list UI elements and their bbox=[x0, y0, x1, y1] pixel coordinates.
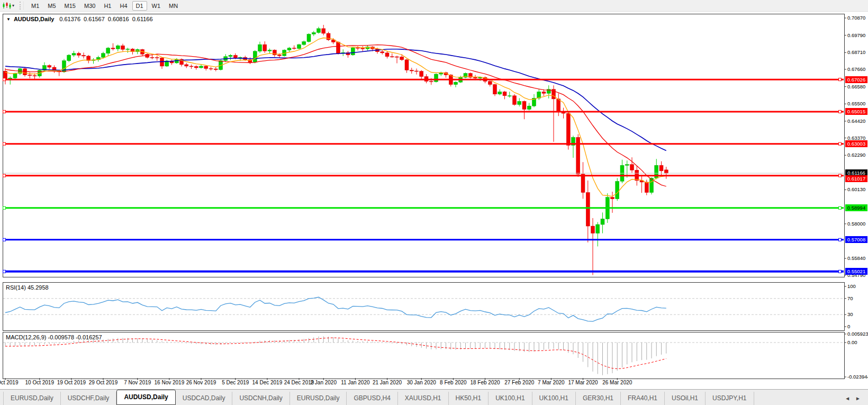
line-price-tag: 0.63003 bbox=[845, 140, 867, 147]
date-axis-label: 27 Feb 2020 bbox=[504, 380, 534, 385]
price-axis-label: 0.66580 bbox=[847, 84, 865, 89]
ohlc-low: 0.60816 bbox=[108, 16, 129, 22]
date-axis-label: 10 Oct 2019 bbox=[25, 380, 54, 385]
price-axis-label: 0.64420 bbox=[847, 119, 865, 124]
timeframe-button-mn[interactable]: MN bbox=[165, 1, 182, 11]
ohlc-high: 0.61567 bbox=[84, 16, 105, 22]
rsi-axis-label: 30 bbox=[847, 312, 853, 317]
price-axis-label: 0.58000 bbox=[847, 221, 865, 227]
price-axis-label: 0.68710 bbox=[847, 50, 865, 55]
price-axis-label: 0.65500 bbox=[847, 101, 865, 106]
date-axis-label: 7 Mar 2020 bbox=[538, 380, 565, 385]
price-axis-label: 0.70870 bbox=[847, 15, 865, 21]
price-axis-label: 0.60130 bbox=[847, 187, 865, 192]
date-axis-label: 5 Dec 2019 bbox=[222, 380, 249, 385]
line-price-tag: 0.58994 bbox=[845, 204, 867, 211]
date-axis-label: 14 Dec 2019 bbox=[252, 380, 283, 385]
tabs-scroll-right-icon[interactable]: ► bbox=[855, 395, 861, 401]
date-axis-label: 30 Jan 2020 bbox=[407, 380, 436, 385]
date-axis-label: 24 Dec 2019 bbox=[284, 380, 314, 385]
date-axis-label: 26 Nov 2019 bbox=[186, 380, 216, 385]
timeframe-button-h4[interactable]: H4 bbox=[116, 1, 131, 11]
macd-panel[interactable] bbox=[3, 332, 845, 379]
chart-tab-usdcad-daily[interactable]: USDCAD,Daily bbox=[176, 392, 233, 405]
date-axis-label: 19 Oct 2019 bbox=[57, 380, 86, 385]
date-axis-label: 17 Mar 2020 bbox=[568, 380, 598, 385]
chart-tabs: EURUSD,DailyUSDCHF,DailyAUDUSD,DailyUSDC… bbox=[0, 390, 754, 405]
chart-tab-uk100-h1[interactable]: UK100,H1 bbox=[532, 392, 576, 405]
timeframe-button-h1[interactable]: H1 bbox=[100, 1, 115, 11]
chart-tab-usdchf-daily[interactable]: USDCHF,Daily bbox=[61, 392, 117, 405]
chart-title: ▼ AUDUSD,Daily 0.61376 0.61567 0.60816 0… bbox=[6, 16, 153, 22]
ohlc-open: 0.61376 bbox=[59, 16, 80, 22]
tabs-scroll-left-icon[interactable]: ◄ bbox=[845, 395, 850, 401]
rsi-axis-label: 70 bbox=[847, 296, 853, 301]
macd-axis-label: 0.005923 bbox=[847, 331, 868, 337]
timeframe-button-m1[interactable]: M1 bbox=[28, 1, 43, 11]
rsi-axis-label: 100 bbox=[847, 284, 856, 289]
line-price-tag: 0.55021 bbox=[845, 268, 867, 275]
chart-tab-gbpusd-h4[interactable]: GBPUSD,H4 bbox=[347, 392, 397, 405]
toolbar-caret-down-icon[interactable]: ▾ bbox=[12, 3, 14, 8]
rsi-axis-label: 0 bbox=[847, 324, 850, 329]
timeframe-button-m15[interactable]: M15 bbox=[61, 1, 79, 11]
rsi-label: RSI(14) 45.2958 bbox=[6, 284, 49, 291]
date-axis-label: 29 Oct 2019 bbox=[89, 380, 117, 385]
date-axis-label: 21 Jan 2020 bbox=[373, 380, 402, 385]
chart-tab-bar: EURUSD,DailyUSDCHF,DailyAUDUSD,DailyUSDC… bbox=[0, 389, 868, 405]
line-price-tag: 0.57008 bbox=[845, 236, 867, 243]
timeframe-buttons: M1M5M15M30H1H4D1W1MN bbox=[27, 1, 182, 11]
chart-tab-fra40-h1[interactable]: FRA40,H1 bbox=[621, 392, 665, 405]
rsi-panel[interactable] bbox=[3, 282, 845, 331]
date-axis-label: 2 Jan 2020 bbox=[311, 380, 337, 385]
chart-tab-xauusd-h1[interactable]: XAUUSD,H1 bbox=[398, 392, 449, 405]
price-axis-label: 0.62290 bbox=[847, 152, 865, 158]
price-axis-label: 0.55840 bbox=[847, 256, 865, 261]
timeframe-button-w1[interactable]: W1 bbox=[148, 1, 165, 11]
macd-label: MACD(12,26,9) -0.009578 -0.016257 bbox=[6, 334, 102, 340]
chart-tab-eurusd-daily[interactable]: EURUSD,Daily bbox=[3, 392, 61, 405]
timeframe-button-m5[interactable]: M5 bbox=[44, 1, 59, 11]
chart-tab-usdcnh-daily[interactable]: USDCNH,Daily bbox=[232, 392, 290, 405]
price-chart-panel[interactable] bbox=[3, 14, 845, 277]
chart-tab-audusd-daily[interactable]: AUDUSD,Daily bbox=[116, 390, 175, 405]
date-axis-label: 7 Nov 2019 bbox=[124, 380, 151, 385]
chart-tab-usoil-h1[interactable]: USOil,H1 bbox=[665, 392, 706, 405]
date-axis-label: 16 Nov 2019 bbox=[155, 380, 185, 385]
macd-axis-label: -0.023944 bbox=[847, 374, 868, 380]
line-price-tag: 0.67026 bbox=[845, 76, 867, 83]
date-axis-label: 1 Oct 2019 bbox=[0, 380, 18, 385]
toolbar-grip[interactable] bbox=[20, 2, 24, 10]
timeframe-toolbar: ▾ M1M5M15M30H1H4D1W1MN bbox=[0, 0, 868, 12]
price-axis-label: 0.63370 bbox=[847, 136, 865, 141]
chart-tab-usdjpy-h1[interactable]: USDJPY,H1 bbox=[706, 392, 754, 405]
date-axis-label: 8 Feb 2020 bbox=[440, 380, 467, 385]
date-axis-label: 18 Feb 2020 bbox=[470, 380, 500, 385]
price-axis-label: 0.67660 bbox=[847, 67, 865, 72]
line-price-tag: 0.65015 bbox=[845, 108, 867, 115]
chart-tab-eurusd-daily[interactable]: EURUSD,Daily bbox=[290, 392, 347, 405]
macd-axis-label: 0.00 bbox=[847, 340, 857, 345]
date-axis-label: 11 Jan 2020 bbox=[341, 380, 369, 385]
timeframe-button-m30[interactable]: M30 bbox=[80, 1, 99, 11]
timeframe-button-d1[interactable]: D1 bbox=[132, 1, 147, 11]
chart-tab-ger30-h1[interactable]: GER30,H1 bbox=[576, 392, 621, 405]
symbol-caret-icon[interactable]: ▼ bbox=[6, 17, 11, 22]
chart-indicator-icon[interactable] bbox=[2, 2, 12, 10]
line-price-tag: 0.61017 bbox=[845, 175, 867, 182]
price-axis-label: 0.69790 bbox=[847, 33, 865, 38]
date-axis-label: 26 Mar 2020 bbox=[602, 380, 632, 385]
chart-tab-hk50-h1[interactable]: HK50,H1 bbox=[449, 392, 489, 405]
ohlc-close: 0.61166 bbox=[132, 16, 153, 22]
chart-symbol-label: AUDUSD,Daily bbox=[14, 16, 54, 22]
chart-tab-uk100-h1[interactable]: UK100,H1 bbox=[489, 392, 532, 405]
